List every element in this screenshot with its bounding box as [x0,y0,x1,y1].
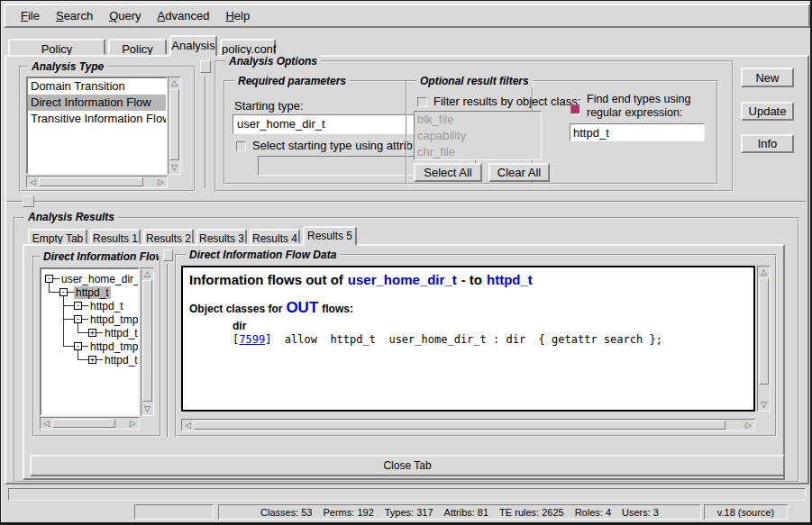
expander-icon[interactable]: - [74,302,82,310]
analysis-type-listbox[interactable]: Domain Transition Direct Information Flo… [26,77,168,175]
list-item-selected[interactable]: Direct Information Flow [28,95,166,111]
tree-connector [63,346,74,347]
tree-node[interactable]: +httpd_t [88,326,140,339]
scroll-thumb[interactable] [194,421,725,430]
scroll-down-icon[interactable]: ▽ [758,399,770,411]
close-tab-button[interactable]: Close Tab [30,455,785,476]
scroll-up-icon[interactable]: △ [169,77,180,89]
expander-icon[interactable]: + [88,329,96,337]
scroll-left-icon[interactable]: ◁ [27,177,39,187]
flow-subhead: Object classes forOUTflows: [189,299,747,317]
scroll-thumb[interactable] [39,177,143,186]
tree-node-label[interactable]: httpd_t [103,354,140,367]
expander-icon[interactable]: - [74,342,82,350]
tree-connector [78,332,88,333]
scroll-left-icon[interactable]: ◁ [182,420,194,430]
stat-attribs: Attribs: 81 [444,507,489,518]
flow-tree[interactable]: -user_home_dir_t -httpd_t -httpd_t -http… [40,267,140,416]
results-tab-4[interactable]: Results 4 [250,229,300,244]
tree-node[interactable]: -httpd_tmpfs_ [74,339,140,353]
scroll-thumb[interactable] [52,419,115,428]
tree-connector [78,359,88,360]
flow-tree-title: Direct Information Flow T [40,250,159,263]
scroll-down-icon[interactable]: ▽ [141,403,153,415]
expander-icon[interactable]: - [45,275,53,283]
headline-middle: - to [461,272,482,287]
subhead-suffix: flows: [322,303,353,315]
sash-line[interactable] [205,77,206,188]
tree-node-label[interactable]: user_home_dir_t [59,273,140,285]
scroll-thumb[interactable] [142,280,152,402]
scroll-right-icon[interactable]: ▷ [155,177,167,187]
scroll-left-icon[interactable]: ◁ [41,418,52,429]
attrib-checkbox[interactable] [236,141,246,151]
results-tab-5[interactable]: Results 5 [303,226,357,246]
list-item[interactable]: Domain Transition [28,78,166,95]
menu-file[interactable]: File [13,6,48,25]
regex-input[interactable] [570,123,705,141]
tree-vscroll[interactable]: △ ▽ [141,267,154,416]
object-class-listbox-disabled: blk_file capability chr_file [414,111,542,160]
tree-node-label[interactable]: httpd_t [103,327,140,339]
scroll-right-icon[interactable]: ▷ [743,420,754,430]
tree-node[interactable]: +httpd_t [88,353,140,367]
tree-connector [63,319,74,320]
tree-node-label[interactable]: httpd_tmp_t [88,313,140,326]
regex-checkbox-checked[interactable] [570,104,580,114]
tab-analysis[interactable]: Analysis [169,35,217,57]
scroll-thumb[interactable] [759,278,769,385]
sash-line[interactable] [6,201,806,203]
headline-prefix: Information flows out of [189,272,343,287]
select-all-button[interactable]: Select All [414,163,482,182]
menu-advanced[interactable]: Advanced [150,6,218,25]
expander-icon[interactable]: - [59,288,68,296]
update-button[interactable]: Update [741,102,794,121]
tree-node[interactable]: -httpd_t [74,299,125,312]
expander-icon[interactable]: + [88,356,96,364]
results-tab-2[interactable]: Results 2 [143,229,194,244]
info-button[interactable]: Info [741,134,794,153]
tree-node[interactable]: -httpd_t [59,285,111,299]
stat-classes: Classes: 53 [260,507,312,518]
object-class-label: dir [189,320,747,332]
analysis-type-vscroll[interactable]: △ ▽ [168,77,181,175]
scroll-thumb[interactable] [169,89,179,160]
stat-types: Types: 317 [385,507,433,518]
stat-te-rules: TE rules: 2625 [499,507,564,518]
tree-node[interactable]: -user_home_dir_t [45,272,140,285]
filter-object-class-checkbox[interactable] [417,97,427,107]
tab-policy-conf[interactable]: policy.conf [220,39,276,55]
tree-node-label[interactable]: httpd_t [88,300,125,312]
allow-rule-line: [7599] allow httpd_t user_home_dir_t : d… [189,333,747,346]
sash-grip[interactable] [200,60,211,73]
scroll-up-icon[interactable]: △ [141,268,153,280]
expander-icon[interactable]: - [74,315,82,323]
list-item[interactable]: Transitive Information Flow [28,111,166,127]
tree-node-label-selected[interactable]: httpd_t [74,286,111,299]
menu-search[interactable]: Search [48,6,101,25]
scroll-right-icon[interactable]: ▷ [127,418,139,429]
menu-help[interactable]: Help [217,6,258,25]
tree-node[interactable]: -httpd_tmp_t [74,312,140,326]
tab-policy-components[interactable]: Policy Components [8,39,105,55]
scroll-up-icon[interactable]: △ [758,267,770,278]
results-tab-3[interactable]: Results 3 [196,229,247,244]
tab-policy-rules[interactable]: Policy Rules [108,39,167,55]
tree-node-label[interactable]: httpd_tmpfs_ [88,340,140,353]
data-vscroll[interactable]: △ ▽ [757,266,771,412]
sash-line[interactable] [167,264,169,437]
sash-grip[interactable] [23,195,34,207]
rule-id-link[interactable]: 7599 [239,333,265,346]
results-tab-empty[interactable]: Empty Tab [28,229,87,244]
version-label: v.18 (source) [717,507,774,518]
new-button[interactable]: New [741,68,794,87]
tree-hscroll[interactable]: ◁ ▷ [40,417,140,430]
scroll-down-icon[interactable]: ▽ [169,162,180,174]
sash-grip[interactable] [163,249,173,261]
menu-query[interactable]: Query [101,6,149,25]
results-tab-1[interactable]: Results 1 [90,229,141,244]
flow-data-textarea[interactable]: Information flows out ofuser_home_dir_t-… [181,266,755,412]
analysis-type-hscroll[interactable]: ◁ ▷ [26,176,168,188]
data-hscroll[interactable]: ◁ ▷ [181,419,755,431]
clear-all-button[interactable]: Clear All [488,163,550,182]
